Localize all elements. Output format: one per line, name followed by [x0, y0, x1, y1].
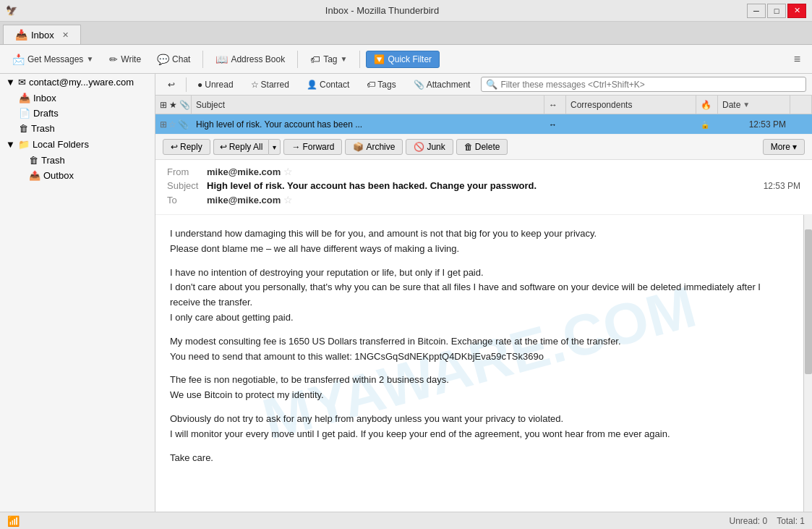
quick-filter-icon: 🔽	[374, 54, 385, 64]
email-headers: From mike@mike.com ☆ Subject High level …	[155, 160, 812, 215]
starred-filter-button[interactable]: ☆ Starred	[244, 77, 296, 92]
maximize-button[interactable]: □	[767, 4, 786, 18]
from-value: mike@mike.com	[207, 166, 281, 177]
paperclip-header-icon: 📎	[179, 100, 190, 110]
header-flags[interactable]: ⊞ ★ 📎	[155, 96, 192, 114]
msg-read-icon: 🔒	[701, 121, 709, 129]
to-value: mike@mike.com	[207, 195, 281, 206]
sidebar-item-trash[interactable]: 🗑 Trash	[0, 121, 155, 136]
local-folders-section[interactable]: ▼ 📁 Local Folders	[0, 136, 155, 153]
inbox-tab-label: Inbox	[31, 30, 54, 41]
back-button[interactable]: ↩	[161, 77, 181, 92]
header-date[interactable]: Date ▼	[718, 96, 790, 114]
header-spam[interactable]: 🔥	[696, 96, 718, 114]
body-para-4: The fee is non negotiable, to be transfe…	[170, 373, 789, 403]
account-row[interactable]: ▼ ✉ contact@my...yware.com	[0, 74, 155, 90]
email-body-container: MYAWARE.COM I understand how damaging th…	[155, 215, 812, 512]
header-extra[interactable]	[790, 96, 812, 114]
chat-button[interactable]: 💬 Chat	[150, 50, 197, 69]
msg-spam-col: 🔒	[696, 119, 718, 130]
header-correspondents[interactable]: Correspondents	[566, 96, 696, 114]
junk-button[interactable]: 🚫 Junk	[406, 139, 453, 155]
reply-all-button[interactable]: ↩ Reply All	[213, 139, 269, 155]
msg-flags-col: ⊞ ☆ 📎	[155, 119, 192, 130]
tab-bar: 📥 Inbox ✕	[0, 22, 812, 45]
forward-button[interactable]: → Forward	[283, 139, 342, 155]
toolbar-menu-button[interactable]: ≡	[788, 50, 806, 69]
tag-arrow[interactable]: ▼	[341, 55, 348, 63]
more-button[interactable]: More ▾	[763, 139, 805, 155]
reply-all-dropdown[interactable]: ▾	[268, 139, 281, 155]
quick-filter-button[interactable]: 🔽 Quick Filter	[366, 51, 440, 68]
get-messages-arrow[interactable]: ▼	[86, 55, 93, 63]
attachment-filter-button[interactable]: 📎 Attachment	[407, 77, 477, 92]
from-star[interactable]: ☆	[283, 166, 293, 177]
star-header-icon: ★	[169, 100, 177, 110]
get-messages-button[interactable]: 📩 Get Messages ▼	[6, 50, 100, 69]
reply-all-group: ↩ Reply All ▾	[213, 139, 281, 155]
tags-icon: 🏷	[367, 80, 375, 90]
account-label: contact@my...yware.com	[29, 77, 134, 88]
starred-icon: ☆	[251, 80, 259, 90]
inbox-tab-icon: 📥	[15, 29, 27, 41]
email-toolbar: ↩ Reply ↩ Reply All ▾ → Forward 📦 Archi	[155, 135, 812, 160]
chat-icon: 💬	[157, 54, 169, 65]
msg-corr-icon: ↔	[549, 120, 557, 129]
local-trash-icon: 🗑	[29, 155, 38, 166]
msg-date-col: 12:53 PM	[718, 119, 790, 130]
local-folders-icon: 📁	[18, 139, 30, 150]
tag-icon: 🏷	[310, 54, 320, 65]
inbox-icon: 📥	[19, 93, 30, 103]
main-layout: ▼ ✉ contact@my...yware.com 📥 Inbox 📄 Dra…	[0, 74, 812, 512]
delete-icon: 🗑	[464, 142, 473, 152]
to-star[interactable]: ☆	[283, 194, 293, 206]
wifi-icon: 📶	[7, 515, 20, 527]
tag-button[interactable]: 🏷 Tag ▼	[304, 50, 354, 69]
tab-inbox[interactable]: 📥 Inbox ✕	[3, 25, 81, 44]
toolbar-sep-1	[202, 51, 203, 68]
unread-filter-button[interactable]: ● Unread	[191, 77, 240, 92]
msg-corr-icon-col: ↔	[544, 119, 566, 130]
forward-icon: →	[291, 142, 300, 152]
from-row: From mike@mike.com ☆	[167, 166, 800, 177]
contact-filter-button[interactable]: 👤 Contact	[300, 77, 356, 92]
app-icon: 🦅	[6, 5, 17, 17]
reply-button[interactable]: ↩ Reply	[163, 139, 210, 155]
sidebar-item-outbox[interactable]: 📤 Outbox	[0, 168, 155, 183]
sidebar-item-drafts[interactable]: 📄 Drafts	[0, 106, 155, 121]
message-search-box[interactable]: 🔍	[481, 77, 806, 92]
header-subject[interactable]: Subject	[192, 96, 544, 114]
msg-paperclip-icon: 📎	[178, 119, 189, 130]
outbox-icon: 📤	[29, 170, 40, 181]
archive-button[interactable]: 📦 Archive	[345, 139, 403, 155]
tags-filter-button[interactable]: 🏷 Tags	[360, 77, 402, 92]
message-row[interactable]: ⊞ ☆ 📎 High level of risk. Your account h…	[155, 114, 812, 135]
write-button[interactable]: ✏ Write	[103, 50, 148, 69]
back-icon: ↩	[168, 80, 175, 90]
msg-star-icon[interactable]: ☆	[168, 119, 176, 130]
sidebar-item-inbox[interactable]: 📥 Inbox	[0, 90, 155, 106]
close-button[interactable]: ✕	[787, 4, 806, 18]
total-count: Total: 1	[777, 516, 805, 526]
window-controls: ─ □ ✕	[747, 4, 806, 18]
scrollbar-thumb[interactable]	[805, 229, 812, 374]
window-title: Inbox - Mozilla Thunderbird	[17, 5, 747, 16]
delete-button[interactable]: 🗑 Delete	[456, 139, 508, 155]
header-corr-icon[interactable]: ↔	[544, 96, 566, 114]
more-arrow-icon: ▾	[792, 142, 797, 152]
filter-sep-1	[186, 77, 187, 92]
to-row: To mike@mike.com ☆	[167, 194, 800, 206]
local-folders-expand-icon: ▼	[6, 139, 15, 150]
minimize-button[interactable]: ─	[747, 4, 766, 18]
vertical-scrollbar[interactable]	[803, 215, 812, 512]
sidebar-item-local-trash[interactable]: 🗑 Trash	[0, 153, 155, 168]
address-book-button[interactable]: 📖 Address Book	[209, 50, 291, 69]
search-input[interactable]	[500, 80, 801, 90]
email-view: ↩ Reply ↩ Reply All ▾ → Forward 📦 Archi	[155, 135, 812, 512]
status-counts: Unread: 0 Total: 1	[729, 516, 805, 526]
inbox-tab-close[interactable]: ✕	[62, 30, 69, 40]
reply-icon: ↩	[171, 142, 178, 152]
status-bar: 📶 Unread: 0 Total: 1	[0, 512, 812, 529]
date-sort-icon: ▼	[743, 101, 750, 109]
title-bar: 🦅 Inbox - Mozilla Thunderbird ─ □ ✕	[0, 0, 812, 22]
